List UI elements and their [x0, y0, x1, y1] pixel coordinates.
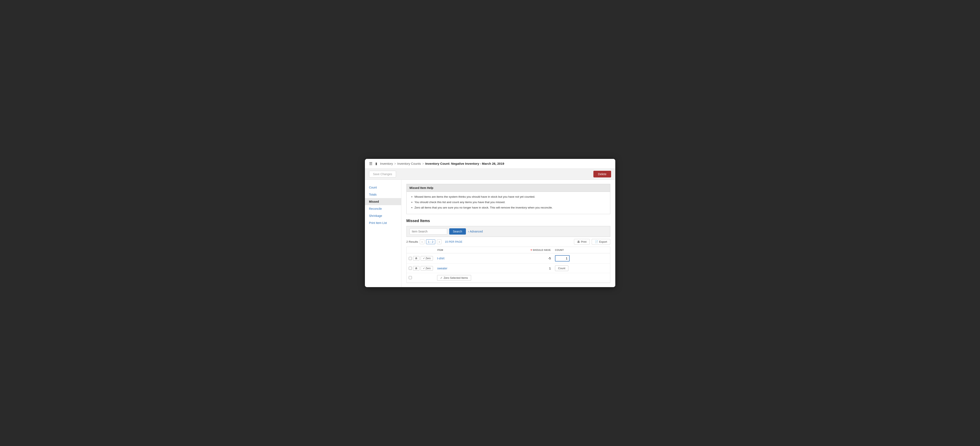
row-tshirt-name[interactable]: t-shirt: [435, 253, 479, 263]
export-icon: 📄: [595, 240, 598, 243]
sidebar: Count Totals Missed Reconcile Shrinkage …: [365, 180, 401, 287]
export-label: Export: [599, 240, 607, 243]
sidebar-item-missed[interactable]: Missed: [365, 198, 401, 205]
breadcrumb-inventory-counts[interactable]: Inventory Counts: [397, 162, 421, 165]
tshirt-count-input[interactable]: [555, 255, 570, 262]
advanced-link[interactable]: › Advanced: [468, 230, 483, 233]
zero-label: Zero: [426, 267, 431, 270]
sidebar-item-totals[interactable]: Totals: [365, 191, 401, 198]
breadcrumb-current: Inventory Count: Negative Inventory - Ma…: [425, 162, 504, 165]
col-should-have[interactable]: SHOULD HAVE: [479, 247, 553, 253]
table-wrapper: ITEM SHOULD HAVE COUNT: [406, 247, 610, 283]
row-tshirt-checkbox[interactable]: [409, 257, 412, 260]
zero-selected-label: Zero Selected Items: [444, 276, 468, 279]
print-label: Print: [581, 240, 587, 243]
help-bullet-2: You should check this list and count any…: [415, 200, 607, 204]
checkmark-icon: ✓: [440, 276, 442, 279]
results-left: 2 Results ‹ 1 - 2 › 15 PER PAGE: [406, 240, 463, 244]
row-sweater-checkbox[interactable]: [409, 267, 412, 270]
breadcrumb: Inventory > Inventory Counts > Inventory…: [380, 162, 504, 165]
col-item: ITEM: [435, 247, 479, 253]
sidebar-item-shrinkage[interactable]: Shrinkage: [365, 212, 401, 219]
per-page-link[interactable]: 15 PER PAGE: [445, 240, 462, 243]
row-tshirt-print-button[interactable]: 🖶: [413, 256, 419, 260]
row-sweater-count[interactable]: Count: [553, 263, 610, 273]
topbar: ☰ ▮ Inventory > Inventory Counts > Inven…: [365, 159, 615, 169]
section-title: Missed Items: [406, 219, 610, 223]
checkmark-icon: ✓: [423, 257, 425, 260]
row-sweater-should-have: 1: [479, 263, 553, 273]
main-layout: Count Totals Missed Reconcile Shrinkage …: [365, 180, 615, 287]
sweater-link[interactable]: sweater: [437, 267, 447, 270]
checkmark-icon: ✓: [423, 267, 425, 270]
print-icon: 🖶: [577, 240, 580, 243]
results-count: 2 Results: [406, 240, 418, 243]
toolbar: Save Changes Delete: [365, 169, 615, 180]
zero-selected-button[interactable]: ✓ Zero Selected Items: [437, 275, 471, 281]
row-sweater-zero-button[interactable]: ✓ Zero: [421, 266, 433, 271]
breadcrumb-inventory[interactable]: Inventory: [380, 162, 393, 165]
sweater-count-button[interactable]: Count: [555, 265, 568, 271]
print-button[interactable]: 🖶 Print: [574, 239, 590, 244]
breadcrumb-sep1: >: [394, 162, 396, 165]
zero-selected-row: ✓ Zero Selected Items: [407, 273, 610, 283]
zero-selected-checkbox[interactable]: [409, 276, 412, 279]
zero-selected-cell: ✓ Zero Selected Items: [435, 273, 610, 283]
row-sweater-print-button[interactable]: 🖶: [413, 266, 419, 271]
table-row: 🖶 ✓ Zero t-shirt: [407, 253, 610, 263]
help-bullet-1: Missed items are items the system thinks…: [415, 195, 607, 199]
zero-label: Zero: [426, 257, 431, 260]
col-checkbox: [407, 247, 435, 253]
pager-next-button[interactable]: ›: [437, 240, 441, 244]
content: Missed Item Help Missed items are items …: [401, 180, 615, 287]
help-box-body: Missed items are items the system thinks…: [407, 192, 610, 214]
row-sweater-name[interactable]: sweater: [435, 263, 479, 273]
row-tshirt-actions: 🖶 ✓ Zero: [407, 253, 435, 263]
search-bar: Search › Advanced: [406, 226, 610, 237]
items-table: ITEM SHOULD HAVE COUNT: [407, 247, 610, 283]
pager-prev-button[interactable]: ‹: [420, 240, 425, 244]
delete-button[interactable]: Delete: [593, 171, 611, 178]
table-row: 🖶 ✓ Zero sweater: [407, 263, 610, 273]
row-tshirt-should-have: -5: [479, 253, 553, 263]
zero-selected-checkbox-cell: [407, 273, 435, 283]
missed-items-section: Missed Items Search › Advanced 2 Results…: [406, 219, 610, 283]
export-button[interactable]: 📄 Export: [592, 239, 610, 244]
advanced-label: Advanced: [470, 230, 483, 233]
table-header-row: ITEM SHOULD HAVE COUNT: [407, 247, 610, 253]
row-tshirt-count[interactable]: [553, 253, 610, 263]
row-tshirt-zero-button[interactable]: ✓ Zero: [421, 256, 433, 260]
menu-icon[interactable]: ☰: [369, 161, 372, 166]
results-bar: 2 Results ‹ 1 - 2 › 15 PER PAGE 🖶 Print …: [406, 237, 610, 247]
search-button[interactable]: Search: [449, 228, 466, 235]
sidebar-item-reconcile[interactable]: Reconcile: [365, 205, 401, 212]
sidebar-item-count[interactable]: Count: [365, 184, 401, 191]
chevron-right-icon: ›: [468, 230, 469, 233]
row-sweater-actions: 🖶 ✓ Zero: [407, 263, 435, 273]
pager-current: 1 - 2: [426, 240, 435, 244]
results-right: 🖶 Print 📄 Export: [574, 239, 610, 244]
nav-icon: ▮: [375, 162, 377, 165]
help-box-title: Missed Item Help: [407, 184, 610, 192]
sidebar-item-print-item-list[interactable]: Print Item List: [365, 219, 401, 227]
tshirt-link[interactable]: t-shirt: [437, 257, 444, 260]
help-box: Missed Item Help Missed items are items …: [406, 184, 610, 214]
help-bullet-3: Zero all items that you are sure you no …: [415, 206, 607, 210]
save-button[interactable]: Save Changes: [369, 171, 396, 178]
search-input[interactable]: [410, 228, 447, 235]
breadcrumb-sep2: >: [422, 162, 424, 165]
col-count: COUNT: [553, 247, 610, 253]
